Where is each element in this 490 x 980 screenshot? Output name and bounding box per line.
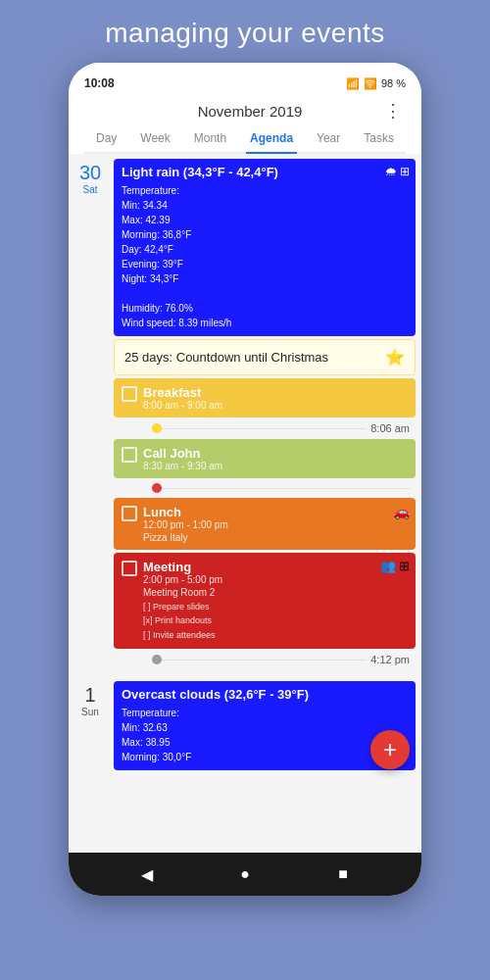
lunch-content: Lunch 12:00 pm - 1:00 pm Pizza Italy (143, 505, 408, 543)
meeting-tasks: [ ] Prepare slides [x] Print handouts [ … (143, 600, 408, 642)
meeting-time: 2:00 pm - 5:00 pm (143, 574, 408, 585)
event-call-john[interactable]: Call John 8:30 am - 9:30 am (114, 439, 416, 478)
status-bar: 10:08 📶 🛜 98 % (84, 71, 406, 94)
day-name-sun: Sun (81, 707, 99, 717)
breakfast-time: 8:00 am - 9:00 am (143, 400, 408, 411)
day-events-30: 🌧 ⊞ Light rain (34,3°F - 42,4°F) Tempera… (112, 154, 421, 672)
timeline-806: 8:06 am (114, 422, 410, 434)
day-name-sat: Sat (82, 184, 97, 195)
signal-icon: 📶 (346, 77, 360, 90)
people-icon: 👥 (380, 559, 396, 573)
timeline-label-412: 4:12 pm (370, 654, 410, 665)
countdown-title: 25 days: Countdown until Christmas (124, 350, 328, 365)
day-number-30: 30 (79, 162, 101, 184)
weather-detail: Temperature: Min: 34.34 Max: 42.39 Morni… (122, 183, 408, 330)
phone-top: 10:08 📶 🛜 98 % November 2019 ⋮ Day Week … (69, 63, 421, 154)
event-weather-30[interactable]: 🌧 ⊞ Light rain (34,3°F - 42,4°F) Tempera… (114, 159, 416, 336)
day-label-1: 1 Sun (69, 676, 112, 775)
event-countdown[interactable]: 25 days: Countdown until Christmas ⭐ (114, 339, 416, 375)
timeline-dot-yellow (152, 423, 162, 433)
menu-icon: ⊞ (400, 165, 410, 178)
timeline-dot-gray (152, 655, 162, 664)
phone-frame: 10:08 📶 🛜 98 % November 2019 ⋮ Day Week … (69, 63, 421, 896)
tab-day[interactable]: Day (92, 125, 121, 152)
call-name: Call John (143, 446, 408, 461)
day-row-30: 30 Sat 🌧 ⊞ Light rain (34,3°F - 42,4°F) … (69, 154, 421, 672)
day-row-1: 1 Sun Overcast clouds (32,6°F - 39°F) Te… (69, 676, 421, 775)
call-content: Call John 8:30 am - 9:30 am (143, 446, 408, 471)
meeting-content: Meeting 2:00 pm - 5:00 pm Meeting Room 2… (143, 560, 408, 642)
breakfast-content: Breakfast 8:00 am - 9:00 am (143, 385, 408, 411)
weather-detail-1: Temperature: Min: 32.63 Max: 38.95 Morni… (122, 706, 408, 764)
day-events-1: Overcast clouds (32,6°F - 39°F) Temperat… (112, 676, 421, 775)
day-number-1: 1 (84, 684, 95, 707)
lunch-checkbox[interactable] (122, 506, 137, 521)
weather-icons: 🌧 ⊞ (385, 165, 410, 178)
status-icons: 📶 🛜 98 % (346, 77, 406, 90)
call-checkbox[interactable] (122, 447, 137, 463)
header-menu-button[interactable]: ⋮ (384, 100, 402, 122)
timeline-red (114, 483, 410, 493)
lunch-time: 12:00 pm - 1:00 pm (143, 519, 408, 530)
call-time: 8:30 am - 9:30 am (143, 461, 408, 471)
lunch-name: Lunch (143, 505, 408, 519)
back-button[interactable]: ◀ (135, 862, 159, 886)
meeting-location: Meeting Room 2 (143, 587, 408, 598)
event-meeting[interactable]: Meeting 2:00 pm - 5:00 pm Meeting Room 2… (114, 553, 416, 649)
star-icon: ⭐ (385, 348, 405, 367)
wifi-icon: 🛜 (364, 77, 377, 90)
event-breakfast[interactable]: Breakfast 8:00 am - 9:00 am (114, 378, 416, 417)
calendar-body: 30 Sat 🌧 ⊞ Light rain (34,3°F - 42,4°F) … (69, 154, 421, 853)
breakfast-checkbox[interactable] (122, 386, 137, 402)
timeline-412: 4:12 pm (114, 654, 410, 665)
weather-title-1: Overcast clouds (32,6°F - 39°F) (122, 687, 408, 702)
timeline-bar (162, 428, 367, 429)
breakfast-name: Breakfast (143, 385, 408, 400)
tab-week[interactable]: Week (136, 125, 173, 152)
timeline-bar-red (162, 488, 410, 489)
tab-year[interactable]: Year (313, 125, 344, 152)
battery-icon: 98 % (381, 77, 406, 89)
day-label-30: 30 Sat (69, 154, 112, 672)
tab-agenda[interactable]: Agenda (246, 125, 297, 152)
lunch-location: Pizza Italy (143, 532, 408, 543)
tab-month[interactable]: Month (190, 125, 230, 152)
recent-button[interactable]: ■ (331, 862, 355, 886)
car-icon: 🚗 (393, 504, 410, 519)
tab-tasks[interactable]: Tasks (360, 125, 398, 152)
page-title: managing your events (105, 0, 385, 63)
app-header-title: November 2019 (116, 103, 384, 120)
meeting-name: Meeting (143, 560, 408, 574)
weather-title: Light rain (34,3°F - 42,4°F) (122, 165, 408, 179)
timeline-label-806: 8:06 am (370, 422, 410, 434)
home-button[interactable]: ● (233, 862, 257, 886)
meeting-checkbox[interactable] (122, 561, 137, 576)
add-event-fab[interactable]: + (370, 730, 410, 769)
timeline-dot-red (152, 483, 162, 493)
phone-nav-bar: ◀ ● ■ (69, 853, 421, 896)
status-time: 10:08 (84, 76, 115, 90)
attachment-icon: ⊞ (399, 559, 410, 573)
rain-icon: 🌧 (385, 165, 397, 178)
event-weather-1[interactable]: Overcast clouds (32,6°F - 39°F) Temperat… (114, 681, 416, 770)
event-lunch[interactable]: Lunch 12:00 pm - 1:00 pm Pizza Italy 🚗 (114, 498, 416, 550)
nav-tabs: Day Week Month Agenda Year Tasks (84, 125, 406, 154)
app-header: November 2019 ⋮ (84, 94, 406, 125)
timeline-bar-gray (162, 660, 367, 661)
